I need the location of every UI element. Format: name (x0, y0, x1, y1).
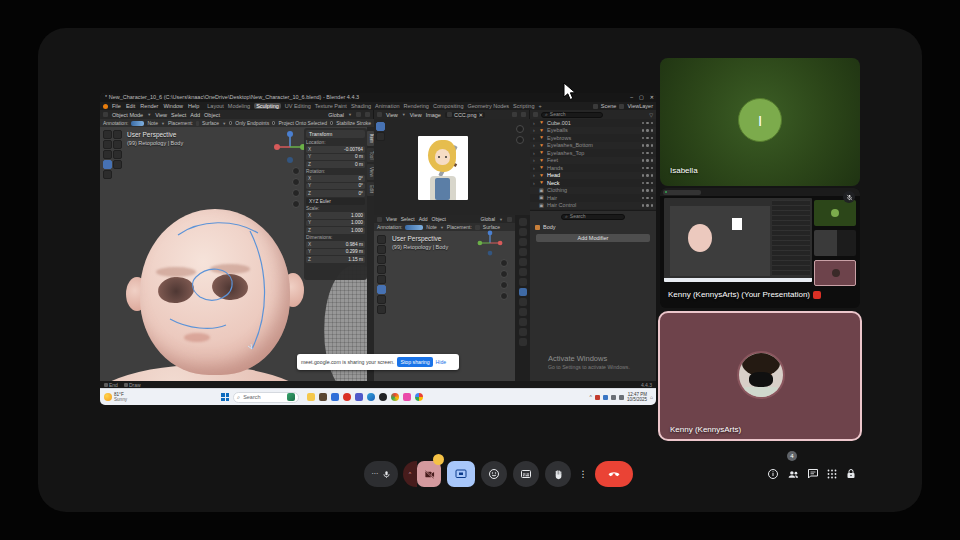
viewport-toolbar[interactable] (103, 130, 122, 179)
outliner-item[interactable]: ›▼ Neck (530, 179, 656, 187)
mode-dropdown[interactable]: Object Mode (112, 112, 143, 118)
mic-options-icon[interactable]: ⋯ (371, 470, 379, 478)
image-view-menu[interactable]: View (410, 112, 422, 118)
viewport-nav-icons[interactable] (292, 167, 300, 208)
workspace-tab[interactable]: Shading (351, 103, 371, 109)
outliner-item[interactable]: ›▼ Eyelashes_Bottom (530, 142, 656, 150)
editor-type-icon[interactable] (377, 112, 382, 117)
taskbar-clock[interactable]: 12:47 PM10/5/2025 (627, 392, 647, 402)
annotation-layer-dropdown[interactable]: Note (426, 224, 437, 230)
image-menu[interactable]: Image (426, 112, 441, 118)
workspace-tab[interactable]: Animation (375, 103, 399, 109)
location-field[interactable]: X-0.00764 (306, 146, 365, 153)
viewport-toolbar[interactable] (377, 235, 386, 314)
side-tab[interactable]: Tool (367, 148, 374, 162)
dimension-field[interactable]: X0.984 m (306, 241, 365, 248)
orientation-dropdown[interactable]: Global (481, 216, 495, 222)
add-modifier-button[interactable]: Add Modifier (536, 234, 650, 242)
orientation-dropdown[interactable]: Global (328, 112, 344, 118)
display-mode-icon[interactable] (533, 112, 538, 117)
chat-button[interactable] (806, 467, 820, 481)
activities-button[interactable] (825, 467, 839, 481)
side-tab[interactable]: Item (367, 131, 374, 146)
viewport-nav-icons[interactable] (500, 259, 508, 300)
annotation-layer-dropdown[interactable]: Note (147, 120, 158, 126)
hide-banner-button[interactable]: Hide (436, 359, 447, 365)
microphone-button[interactable]: ⋯ (364, 461, 398, 487)
side-tab[interactable]: View (367, 164, 374, 180)
shared-screen-presentation[interactable]: * New_Character_10_6 (C:\Users\knaac\One… (100, 93, 656, 405)
start-button[interactable] (221, 393, 229, 401)
end-call-button[interactable] (595, 461, 633, 487)
workspace-tab[interactable]: UV Editing (285, 103, 311, 109)
host-controls-button[interactable] (844, 467, 858, 481)
rotation-field[interactable]: X0° (306, 175, 365, 182)
scene-selector[interactable]: Scene (601, 103, 617, 109)
dimension-field[interactable]: Z1.15 m (306, 256, 365, 263)
snap-icon[interactable] (356, 112, 361, 117)
viewlayer-selector[interactable]: ViewLayer (627, 103, 653, 109)
viewport-menu[interactable]: View (155, 112, 167, 118)
proportional-edit-icon[interactable] (365, 112, 370, 117)
placement-dropdown[interactable]: Surface (202, 120, 219, 126)
viewport-3d-main[interactable]: User Perspective (99) Retopology | Body … (100, 127, 374, 381)
image-editor-nav-icons[interactable] (516, 125, 524, 144)
workspace-tab[interactable]: Texture Paint (315, 103, 347, 109)
stabilize-stroke-checkbox[interactable] (330, 121, 333, 125)
image-filename[interactable]: CCC.png (454, 112, 477, 118)
project-onto-selected-checkbox[interactable] (272, 121, 275, 125)
outliner-item[interactable]: ›▣ Clothing (530, 187, 656, 195)
image-editor[interactable] (374, 119, 530, 215)
viewport-menu[interactable]: Add (190, 112, 200, 118)
sidebar-tabs[interactable]: ItemToolViewEdit (367, 127, 374, 381)
outliner-item[interactable]: ›▼ Feet (530, 157, 656, 165)
reactions-button[interactable] (481, 461, 507, 487)
workspace-tab[interactable]: Sculpting (254, 103, 281, 109)
pin-icon[interactable] (512, 112, 517, 117)
close-icon[interactable]: ✕ (650, 93, 654, 102)
blender-logo-icon[interactable] (103, 104, 108, 109)
navigation-gizmo[interactable] (272, 129, 308, 165)
location-field[interactable]: Z0 m (306, 161, 365, 168)
dimension-field[interactable]: Y0.299 m (306, 249, 365, 256)
outliner-item[interactable]: ›▼ Head (530, 172, 656, 180)
minimize-icon[interactable]: – (630, 93, 633, 102)
workspace-tab[interactable]: Scripting (513, 103, 534, 109)
workspace-tab[interactable]: Modeling (228, 103, 250, 109)
filter-icon[interactable]: ▽ (649, 112, 653, 118)
scale-field[interactable]: Y1.000 (306, 220, 365, 227)
maximize-icon[interactable]: ▢ (639, 93, 644, 102)
annotation-color-swatch[interactable] (131, 121, 144, 126)
only-endpoints-checkbox[interactable] (229, 121, 232, 125)
workspace-tab[interactable]: Compositing (433, 103, 464, 109)
rotation-field[interactable]: Y0° (306, 183, 365, 190)
side-tab[interactable]: Edit (367, 182, 374, 196)
scale-field[interactable]: Z1.000 (306, 227, 365, 234)
object-breadcrumb[interactable]: Body (543, 224, 556, 230)
editor-type-icon[interactable] (103, 112, 108, 117)
viewport-menu[interactable]: View (386, 216, 397, 222)
taskbar-search-input[interactable]: ⌕ Search (233, 392, 299, 403)
outliner-item[interactable]: ›▼ Eyebrows (530, 134, 656, 142)
meeting-details-button[interactable] (766, 467, 780, 481)
outliner-item[interactable]: ›▼ Eyeballs (530, 127, 656, 135)
participant-tile-isabella[interactable]: I Isabella (660, 58, 860, 186)
stop-sharing-button[interactable]: Stop sharing (397, 357, 432, 367)
menu-item[interactable]: Render (140, 103, 158, 109)
sample-tool-button[interactable] (376, 122, 385, 131)
annotation-color-swatch[interactable] (405, 225, 423, 230)
image-mode-dropdown[interactable]: View (386, 112, 398, 118)
weather-widget[interactable]: 81°FSunny (104, 392, 127, 402)
captions-button[interactable] (513, 461, 539, 487)
people-button[interactable] (786, 467, 800, 481)
menu-item[interactable]: Edit (126, 103, 135, 109)
outliner-search-input[interactable]: ⌕ Search (541, 112, 603, 118)
menu-item[interactable]: Help (188, 103, 199, 109)
navigation-gizmo[interactable] (476, 229, 504, 257)
scale-field[interactable]: X1.000 (306, 212, 365, 219)
outliner-item[interactable]: ›▼ Hands (530, 164, 656, 172)
rotation-mode-dropdown[interactable]: XYZ Euler (306, 198, 365, 205)
workspace-tab[interactable]: + (538, 103, 541, 109)
workspace-tab[interactable]: Geometry Nodes (468, 103, 510, 109)
raise-hand-button[interactable] (545, 461, 571, 487)
